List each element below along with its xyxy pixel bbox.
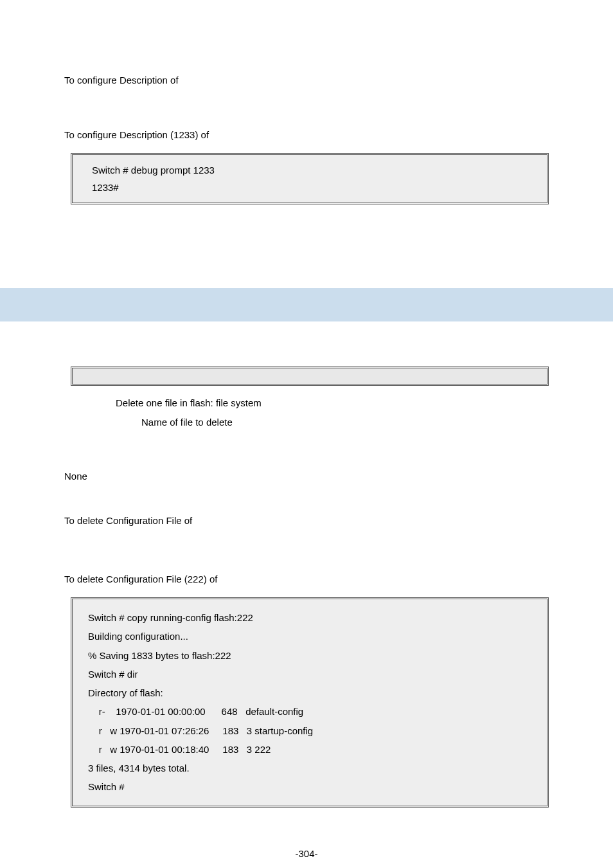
description-term: Delete one file in flash: file system bbox=[116, 397, 262, 408]
paragraph: To delete Configuration File of bbox=[64, 514, 549, 527]
syntax-box bbox=[71, 366, 549, 386]
code-line: r w 1970-01-01 07:26:26 183 3 startup-co… bbox=[88, 721, 531, 740]
description-block: Delete one file in flash: file system Na… bbox=[0, 393, 613, 432]
default-value: None bbox=[64, 469, 549, 483]
code-block: Switch # debug prompt 1233 1233# bbox=[71, 153, 549, 204]
paragraph: To delete Configuration File (222) of bbox=[64, 572, 549, 586]
paragraph: To configure Description (1233) of bbox=[64, 128, 549, 141]
code-block: Switch # copy running-config flash:222 B… bbox=[71, 597, 549, 808]
code-line: 3 files, 4314 bytes total. bbox=[88, 759, 531, 777]
code-line: Building configuration... bbox=[88, 627, 531, 646]
paragraph: To configure Description of bbox=[64, 73, 549, 87]
code-line: r- 1970-01-01 00:00:00 648 default-confi… bbox=[88, 702, 531, 721]
code-line: 1233# bbox=[92, 179, 528, 196]
code-line: Switch # debug prompt 1233 bbox=[92, 161, 528, 179]
code-line: Switch # dir bbox=[88, 665, 531, 683]
code-line: Switch # bbox=[88, 777, 531, 796]
code-line: % Saving 1833 bytes to flash:222 bbox=[88, 646, 531, 665]
code-line: Directory of flash: bbox=[88, 683, 531, 702]
code-line: r w 1970-01-01 00:18:40 183 3 222 bbox=[88, 740, 531, 759]
code-line: Switch # copy running-config flash:222 bbox=[88, 608, 531, 627]
description-subterm: Name of file to delete bbox=[141, 417, 233, 428]
section-band bbox=[0, 288, 613, 321]
page-number: -304- bbox=[0, 848, 613, 859]
